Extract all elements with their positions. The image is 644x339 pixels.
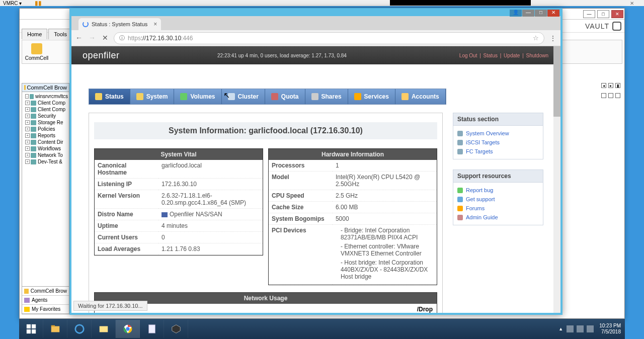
svg-rect-1 [31,324,35,328]
commcell-icon [31,43,42,54]
panel-favorites[interactable]: My Favorites [22,305,69,314]
svg-point-6 [75,325,84,333]
tray-icon[interactable] [567,325,574,332]
host-maximize-button[interactable]: □ [597,10,609,18]
taskbar-file-explorer[interactable] [43,320,67,338]
host-minimize-button[interactable]: — [583,10,595,18]
tab-close-icon[interactable]: × [153,21,157,28]
quota-icon [271,93,278,100]
services-icon [354,93,361,100]
taskbar-explorer-window[interactable] [92,320,116,338]
nav-system[interactable]: System [130,89,175,104]
chrome-close-button[interactable]: ✕ [547,10,559,17]
svg-rect-0 [26,324,30,328]
folder-icon [24,85,26,90]
start-button[interactable] [19,320,43,338]
status-section-box: Status section System Overview iSCSI Tar… [453,113,543,159]
side-link-admin-guide[interactable]: Admin Guide [457,213,539,222]
taskbar-ie[interactable] [67,320,92,338]
nav-prev-icon[interactable]: ◂ [601,83,606,88]
tree-item[interactable]: +Workflows [22,145,69,152]
side-link-iscsi[interactable]: iSCSI Targets [457,138,539,147]
tree-item[interactable]: +Client Comp [22,100,69,106]
panel-agents[interactable]: Agents [22,296,69,305]
link-update[interactable]: Update [504,53,520,58]
browser-status-bar: Waiting for 172.16.30.10... [73,301,147,311]
chrome-maximize-button[interactable]: □ [535,10,547,17]
nav-quota[interactable]: Quota [265,89,305,104]
site-info-icon[interactable]: ⓘ [119,34,125,42]
host-tab-home[interactable]: Home [22,29,47,39]
vmrc-close[interactable]: ✕ [630,1,634,6]
bookmark-star-icon[interactable]: ☆ [533,34,539,42]
main-nav: Status System Volumes Cluster Quota Shar… [89,89,446,105]
tree-item[interactable]: +Client Comp [22,106,69,113]
panel-commcell-browser[interactable]: CommCell Brow [22,287,69,296]
host-close-button[interactable]: ✕ [611,10,623,18]
browser-tab[interactable]: Status : System Status × [78,18,161,30]
tree-header: CommCell Brow [22,83,69,92]
tree-item[interactable]: +Storage Re [22,119,69,126]
chrome-minimize-button[interactable]: — [522,10,534,17]
tray-icon[interactable] [587,325,594,332]
chrome-menu-button[interactable]: ⋮ [548,34,557,42]
system-icon [136,93,143,100]
vmrc-menu[interactable]: VMRC ▾ [3,1,22,6]
taskbar-notepad[interactable] [140,320,164,338]
nav-shares[interactable]: Shares [305,89,348,104]
taskbar-app[interactable] [164,320,188,338]
host-tab-tools[interactable]: Tools [48,29,72,39]
pane-btn-1[interactable] [601,93,606,98]
commvault-logo: VAULT [585,22,621,31]
nav-next-icon[interactable]: ▸ [608,83,613,88]
volumes-icon [180,93,187,100]
windows-taskbar: ▲ 10:23 PM 7/5/2018 [19,319,625,339]
side-link-forums[interactable]: Forums [457,204,539,213]
tree-item[interactable]: +Security [22,113,69,119]
svg-point-9 [126,327,129,330]
scrollbar-thumb[interactable] [553,46,560,117]
tree-item[interactable]: +Policies [22,126,69,132]
side-link-get-support[interactable]: Get support [457,195,539,204]
taskbar-chrome[interactable] [116,320,140,338]
side-link-fc[interactable]: FC Targets [457,147,539,156]
uptime-text: 22:23:41 up 4 min, 0 users, load average… [217,53,347,58]
svg-rect-10 [148,325,155,333]
system-vital-table: System Vital Canonical Hostnamegarlicfoo… [94,148,263,256]
nav-services[interactable]: Services [348,89,395,104]
toolbar-commcell[interactable]: CommCell [24,43,49,61]
pane-btn-2[interactable] [608,93,613,98]
tree-item[interactable]: -winsrvrcmvltcs [22,93,69,100]
svg-marker-11 [172,325,180,333]
nav-end-icon[interactable]: ▮ [615,83,620,88]
tray-icon[interactable] [577,325,584,332]
side-link-system-overview[interactable]: System Overview [457,129,539,138]
back-button[interactable]: ← [74,34,84,43]
tree-item[interactable]: +Network To [22,152,69,158]
nav-cluster[interactable]: Cluster [222,89,265,104]
svg-rect-2 [26,329,30,333]
stop-reload-button[interactable]: ✕ [101,34,110,43]
svg-rect-4 [51,326,59,332]
link-logout[interactable]: Log Out [459,53,477,58]
tree-item[interactable]: +Content Dir [22,139,69,145]
nav-volumes[interactable]: Volumes [174,89,221,104]
link-shutdown[interactable]: Shutdown [526,53,548,58]
url-text: https://172.16.30.10:446 [128,35,193,42]
chrome-profile-button[interactable]: 👤 [510,10,522,17]
system-info-title: System Information: garlicfood.local (17… [94,122,437,139]
svg-rect-7 [99,326,108,332]
tree-item[interactable]: +Reports [22,132,69,139]
svg-rect-3 [31,329,35,333]
tree-item[interactable]: +Dev-Test & [22,158,69,165]
address-bar[interactable]: ⓘ https://172.16.30.10:446 ☆ [114,32,544,44]
hardware-info-table: Hardware Information Processors1 ModelIn… [268,148,437,285]
chrome-window: 👤 — □ ✕ Status : System Status × ← → ✕ ⓘ… [69,8,562,315]
nav-accounts[interactable]: Accounts [395,89,446,104]
side-link-report-bug[interactable]: Report bug [457,186,539,195]
link-status[interactable]: Status [484,53,498,58]
system-clock[interactable]: 10:23 PM 7/5/2018 [599,323,621,335]
tray-show-hidden-icon[interactable]: ▲ [558,326,563,331]
nav-status[interactable]: Status [89,89,130,104]
pane-btn-3[interactable] [615,93,620,98]
